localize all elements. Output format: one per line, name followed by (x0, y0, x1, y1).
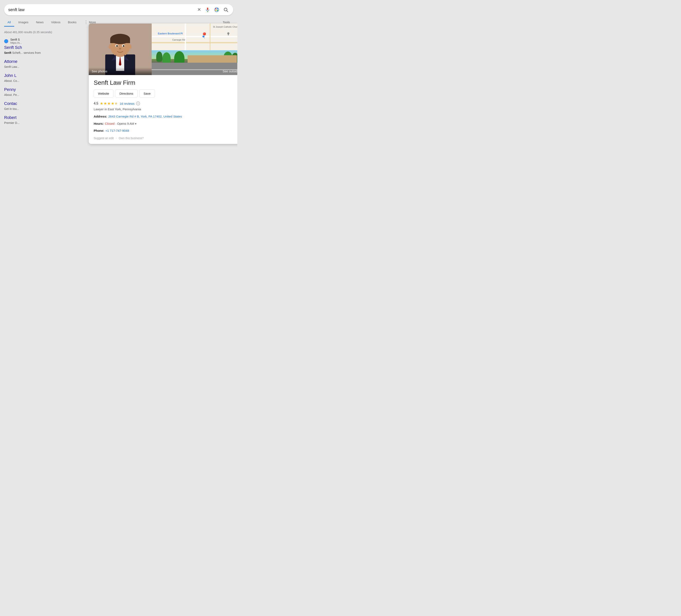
address-row: Address: 2643 Carnegie Rd # B, York, PA … (94, 114, 236, 119)
panel-photo-right: Eastern Boulevard Pl Carnegie Rd St Jose… (152, 24, 237, 75)
tab-videos[interactable]: Videos (48, 18, 64, 27)
svg-rect-0 (207, 8, 208, 10)
phone-row: Phone: +1 717-747-9048 (94, 129, 236, 133)
star-half-fill: ★ (115, 101, 117, 106)
svg-point-22 (119, 48, 121, 50)
star-1: ★ (100, 101, 103, 106)
chevron-down-icon[interactable]: ▾ (135, 122, 136, 126)
phone-label: Phone: (94, 129, 104, 133)
search-input[interactable] (8, 7, 194, 12)
map-road (185, 24, 186, 50)
lens-button[interactable] (213, 7, 220, 12)
knowledge-panel: See photos Eastern Boulevard Pl (89, 24, 237, 144)
tab-all[interactable]: All (4, 18, 14, 27)
rating-row: 4.5 ★ ★ ★ ★ ★ ★ 16 reviews i (94, 101, 236, 106)
mic-button[interactable] (204, 7, 211, 12)
hours-label: Hours: (94, 122, 104, 126)
mic-icon (205, 7, 210, 12)
svg-point-7 (217, 10, 218, 11)
action-buttons: Website Directions Save (94, 89, 236, 98)
star-half: ★ ★ (115, 101, 118, 106)
star-2: ★ (104, 101, 107, 106)
rating-number: 4.5 (94, 102, 98, 105)
svg-point-23 (108, 44, 112, 49)
result-favicon: 🌐 (4, 39, 8, 43)
firm-name: Senft Law Firm (94, 79, 236, 86)
tab-books[interactable]: Books (65, 18, 80, 27)
map-road-label: Carnegie Rd (172, 38, 185, 41)
hours-row: Hours: Closed · Opens 9 AM ▾ (94, 122, 236, 126)
tab-images[interactable]: Images (15, 18, 32, 27)
panel-photo-left[interactable]: See photos (89, 24, 152, 75)
more-dots-icon: ⋮ (84, 20, 88, 25)
suggest-row: Suggest an edit · Own this business? (94, 136, 236, 140)
save-button[interactable]: Save (139, 89, 155, 98)
svg-point-5 (217, 8, 218, 9)
svg-point-21 (123, 45, 124, 47)
address-label: Address: (94, 114, 107, 119)
own-business-link[interactable]: Own this business? (119, 136, 144, 140)
see-outside-overlay[interactable]: See outside (223, 70, 237, 73)
svg-rect-17 (110, 39, 130, 43)
svg-point-20 (116, 45, 118, 47)
search-bar: ✕ (4, 4, 233, 15)
map-location-dot (202, 35, 205, 38)
suggest-edit-link[interactable]: Suggest an edit (94, 136, 114, 140)
search-button[interactable] (223, 7, 229, 12)
star-3: ★ (107, 101, 110, 106)
lens-icon (214, 7, 219, 12)
see-photos-overlay[interactable]: See photos (89, 68, 152, 75)
stars: ★ ★ ★ ★ ★ ★ (100, 101, 118, 106)
phone-value[interactable]: +1 717-747-9048 (105, 129, 129, 133)
tree (156, 52, 162, 62)
search-icon (223, 7, 228, 12)
suggest-separator: · (116, 136, 117, 140)
map-road (209, 24, 211, 50)
result-url: https://s... (10, 41, 22, 44)
hours-detail: · Opens 9 AM (115, 122, 134, 126)
reviews-link[interactable]: 16 reviews (120, 102, 134, 105)
map-church-label: St Joseph Catholic Church (213, 26, 237, 28)
tab-news[interactable]: News (33, 18, 47, 27)
map-street-label: Eastern Boulevard Pl (158, 32, 183, 35)
address-value[interactable]: 2643 Carnegie Rd # B, York, PA 17402, Un… (108, 114, 182, 119)
map-road (152, 42, 237, 43)
church-icon: ✟ (227, 31, 230, 36)
panel-map[interactable]: Eastern Boulevard Pl Carnegie Rd St Jose… (152, 24, 237, 50)
search-bar-container: ✕ (0, 0, 237, 15)
directions-button[interactable]: Directions (115, 89, 137, 98)
map-background: Eastern Boulevard Pl Carnegie Rd St Jose… (152, 24, 237, 50)
results-area: 🌐 Senft S https://s... Senft Sch Senft S… (0, 36, 237, 127)
svg-point-6 (215, 10, 217, 11)
result-site-name: Senft S (10, 38, 22, 41)
svg-line-9 (227, 11, 228, 12)
star-4: ★ (111, 101, 114, 106)
svg-point-24 (128, 44, 132, 49)
svg-point-3 (215, 8, 219, 12)
road (152, 63, 237, 75)
info-icon[interactable]: i (136, 102, 140, 105)
svg-point-4 (215, 8, 217, 9)
business-type: Lawyer in East York, Pennsylvania (94, 107, 236, 111)
panel-photos: See photos Eastern Boulevard Pl (89, 24, 237, 75)
panel-content: Senft Law Firm Website Directions Save 4… (89, 75, 237, 144)
hours-status: Closed (105, 122, 115, 126)
clear-button[interactable]: ✕ (197, 7, 202, 12)
map-road (152, 36, 237, 37)
website-button[interactable]: Website (94, 89, 114, 98)
panel-street-view[interactable]: See outside (152, 50, 237, 75)
